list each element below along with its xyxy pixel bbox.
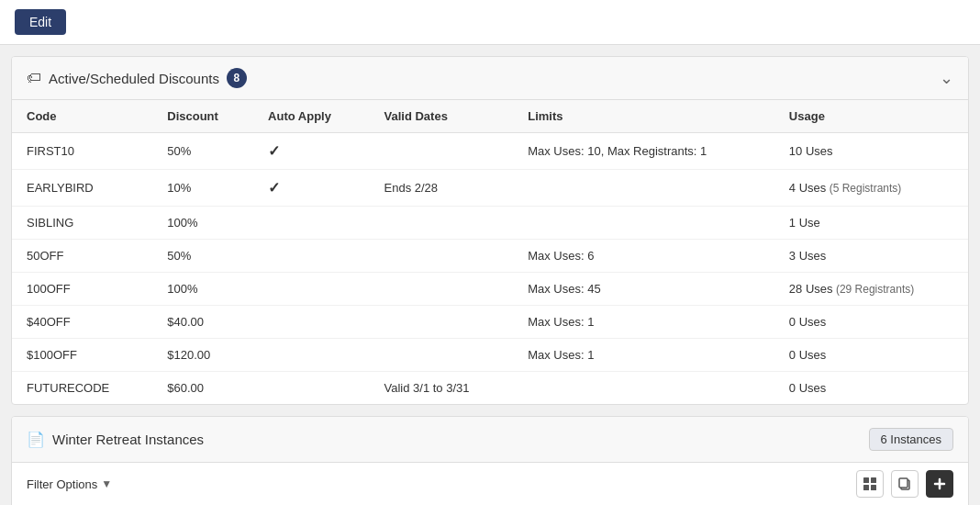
col-code: Code [12,100,152,133]
instances-header-left: 📄 Winter Retreat Instances [27,431,204,448]
table-row: SIBLING100%1 Use [12,207,968,240]
filter-chevron-icon: ▼ [101,477,112,490]
instances-badge: 6 Instances [869,428,954,451]
cell-usage: 4 Uses (5 Registrants) [774,170,968,207]
cell-code: EARLYBIRD [12,170,152,207]
cell-code: 50OFF [12,240,152,273]
table-row: 100OFF100%Max Uses: 4528 Uses (29 Regist… [12,273,968,306]
collapse-icon[interactable]: ⌄ [940,68,953,88]
col-auto-apply: Auto Apply [253,100,369,133]
cell-code: $40OFF [12,306,152,339]
discounts-section: 🏷 Active/Scheduled Discounts 8 ⌄ Code Di… [11,56,969,405]
svg-rect-2 [863,485,869,490]
table-row: $100OFF$120.00Max Uses: 10 Uses [12,339,968,372]
instances-toolbar: Filter Options ▼ [12,463,968,505]
cell-code: FUTURECODE [12,372,152,405]
cell-limits: Max Uses: 6 [513,240,774,273]
cell-code: FIRST10 [12,133,152,170]
file-icon: 📄 [27,431,45,448]
cell-discount: $40.00 [152,306,253,339]
usage-extra: (5 Registrants) [826,182,901,195]
cell-auto-apply [253,372,369,405]
cell-usage: 1 Use [774,207,968,240]
discounts-title: Active/Scheduled Discounts [49,71,219,86]
col-valid-dates: Valid Dates [370,100,514,133]
discounts-table: Code Discount Auto Apply Valid Dates Lim… [12,100,968,404]
cell-auto-apply [253,273,369,306]
svg-rect-1 [871,477,876,483]
cell-usage: 28 Uses (29 Registrants) [774,273,968,306]
discounts-badge: 8 [227,68,247,88]
cell-auto-apply: ✓ [253,170,369,207]
cell-usage: 10 Uses [774,133,968,170]
cell-code: 100OFF [12,273,152,306]
cell-limits [513,170,774,207]
cell-code: SIBLING [12,207,152,240]
discounts-header: 🏷 Active/Scheduled Discounts 8 ⌄ [12,57,968,100]
table-row: 50OFF50%Max Uses: 63 Uses [12,240,968,273]
cell-valid-dates: Ends 2/28 [370,170,514,207]
grid-view-icon[interactable] [856,470,884,498]
edit-button[interactable]: Edit [15,9,66,35]
table-row: FIRST1050%✓Max Uses: 10, Max Registrants… [12,133,968,170]
cell-usage: 0 Uses [774,372,968,405]
cell-code: $100OFF [12,339,152,372]
cell-usage: 0 Uses [774,306,968,339]
cell-auto-apply: ✓ [253,133,369,170]
cell-limits: Max Uses: 1 [513,339,774,372]
cell-auto-apply [253,306,369,339]
cell-discount: 10% [152,170,253,207]
cell-discount: $60.00 [152,372,253,405]
instances-header: 📄 Winter Retreat Instances 6 Instances [12,417,968,463]
cell-auto-apply [253,207,369,240]
cell-valid-dates [370,306,514,339]
cell-discount: 100% [152,207,253,240]
instances-title: Winter Retreat Instances [52,432,204,447]
cell-auto-apply [253,339,369,372]
discounts-header-left: 🏷 Active/Scheduled Discounts 8 [27,68,247,88]
cell-limits [513,207,774,240]
cell-limits: Max Uses: 10, Max Registrants: 1 [513,133,774,170]
cell-valid-dates [370,240,514,273]
tag-icon: 🏷 [27,70,41,86]
cell-valid-dates [370,339,514,372]
usage-extra: (29 Registrants) [833,283,915,296]
cell-valid-dates [370,133,514,170]
top-bar: Edit [0,0,980,45]
cell-usage: 0 Uses [774,339,968,372]
cell-limits: Max Uses: 45 [513,273,774,306]
svg-rect-0 [863,477,869,483]
cell-discount: $120.00 [152,339,253,372]
table-row: $40OFF$40.00Max Uses: 10 Uses [12,306,968,339]
cell-limits: Max Uses: 1 [513,306,774,339]
filter-options[interactable]: Filter Options ▼ [27,477,112,491]
col-discount: Discount [152,100,253,133]
cell-valid-dates [370,273,514,306]
instances-section: 📄 Winter Retreat Instances 6 Instances F… [11,416,969,505]
toolbar-icons [856,470,953,498]
cell-valid-dates: Valid 3/1 to 3/31 [370,372,514,405]
svg-rect-3 [871,485,876,490]
table-row: EARLYBIRD10%✓Ends 2/284 Uses (5 Registra… [12,170,968,207]
cell-auto-apply [253,240,369,273]
svg-rect-5 [899,478,908,488]
cell-usage: 3 Uses [774,240,968,273]
cell-limits [513,372,774,405]
cell-valid-dates [370,207,514,240]
copy-icon[interactable] [891,470,919,498]
table-row: FUTURECODE$60.00Valid 3/1 to 3/310 Uses [12,372,968,405]
add-icon[interactable] [926,470,953,498]
filter-label: Filter Options [27,477,97,491]
col-limits: Limits [513,100,774,133]
cell-discount: 50% [152,240,253,273]
cell-discount: 50% [152,133,253,170]
cell-discount: 100% [152,273,253,306]
col-usage: Usage [774,100,968,133]
